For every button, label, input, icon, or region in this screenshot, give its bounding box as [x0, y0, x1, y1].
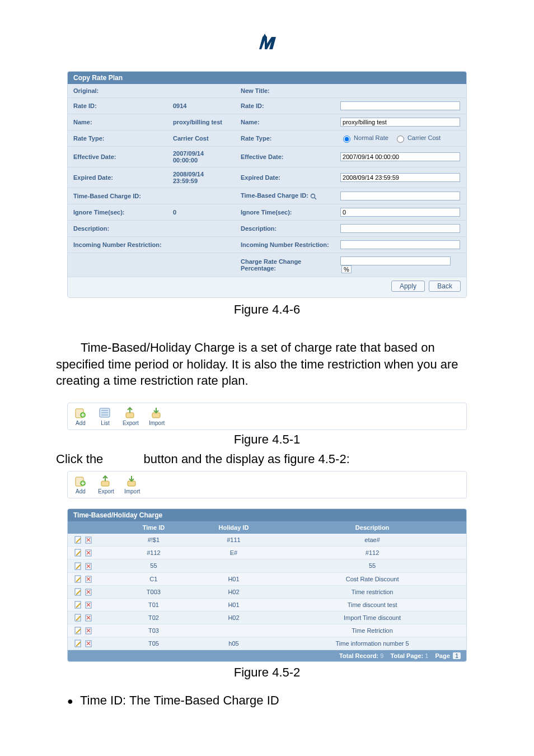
- orig-label: Name:: [68, 114, 167, 130]
- orig-label: Effective Date:: [68, 147, 167, 167]
- cell-time: #!$1: [118, 534, 189, 547]
- normal-rate-radio[interactable]: [343, 136, 350, 143]
- add-button[interactable]: Add: [73, 475, 88, 494]
- cell-time: T05: [118, 637, 189, 650]
- cell-time: T003: [118, 585, 189, 598]
- export-button[interactable]: Export: [123, 407, 139, 426]
- list-button[interactable]: List: [98, 407, 113, 426]
- cell-desc: Time information number 5: [278, 637, 466, 650]
- text-input[interactable]: [340, 208, 460, 217]
- new-input-cell: [335, 204, 466, 221]
- delete-icon[interactable]: [85, 627, 92, 634]
- table-row: T03Time Retriction: [68, 624, 466, 637]
- paragraph-text: Time-Based/Holiday Charge is a set of ch…: [56, 340, 458, 388]
- orig-value: 0914: [167, 98, 235, 114]
- paragraph-time-based: Time-Based/Holiday Charge is a set of ch…: [56, 339, 478, 389]
- bullet-list: ●Time ID: The Time-Based Charge ID: [67, 693, 467, 708]
- action-cell: [68, 624, 118, 637]
- figure-caption-4-4-6: Figure 4.4-6: [0, 302, 534, 317]
- orig-value: 0: [167, 204, 235, 221]
- orig-label: Rate ID:: [68, 98, 167, 114]
- delete-icon[interactable]: [85, 614, 92, 622]
- export-button[interactable]: Export: [98, 475, 114, 494]
- new-input-cell: [335, 188, 466, 204]
- edit-icon[interactable]: [74, 536, 82, 544]
- text-input[interactable]: [340, 152, 460, 161]
- delete-icon[interactable]: [85, 549, 92, 557]
- normal-rate-label: Normal Rate: [352, 134, 388, 141]
- add-icon: [73, 407, 88, 419]
- edit-icon[interactable]: [74, 614, 82, 622]
- logo: [0, 34, 534, 54]
- action-cell: [68, 585, 118, 598]
- text-input[interactable]: [340, 173, 460, 182]
- delete-icon[interactable]: [85, 562, 92, 570]
- edit-icon[interactable]: [74, 627, 82, 634]
- orig-label: Expired Date:: [68, 167, 167, 188]
- cell-desc: etae#: [278, 534, 466, 547]
- click-instruction-line: Click the button and the display as figu…: [56, 451, 478, 466]
- toolbar-b: AddExportImport: [67, 471, 467, 498]
- add-button[interactable]: Add: [73, 407, 88, 426]
- edit-icon[interactable]: [74, 575, 82, 583]
- new-input-cell: %: [335, 253, 466, 277]
- edit-icon[interactable]: [74, 640, 82, 647]
- cell-desc: #112: [278, 547, 466, 559]
- text-input[interactable]: [340, 224, 460, 233]
- new-input-cell: [335, 167, 466, 188]
- col-holiday-id: Holiday ID: [189, 521, 278, 534]
- orig-label: Ignore Time(sec):: [68, 204, 167, 221]
- text-input[interactable]: [340, 192, 460, 200]
- import-icon: [125, 475, 139, 487]
- back-button[interactable]: Back: [429, 281, 461, 292]
- cell-time: C1: [118, 572, 189, 585]
- delete-icon[interactable]: [85, 640, 92, 647]
- logo-text: [255, 34, 279, 54]
- carrier-cost-radio[interactable]: [397, 136, 404, 143]
- cell-holiday: #111: [189, 534, 278, 547]
- table-row: 5555: [68, 559, 466, 572]
- action-cell: [68, 559, 118, 572]
- total-page-label: Total Page:: [391, 652, 423, 659]
- apply-button[interactable]: Apply: [391, 281, 425, 292]
- cell-time: T02: [118, 611, 189, 624]
- figure-caption-4-5-2: Figure 4.5-2: [0, 665, 534, 680]
- tool-label: Add: [73, 488, 88, 494]
- new-label: Ignore Time(sec):: [235, 204, 335, 221]
- orig-value: [167, 84, 235, 98]
- tbhc-grid: Time ID Holiday ID Description #!$1#111e…: [68, 521, 466, 650]
- list-icon: [98, 407, 113, 419]
- delete-icon[interactable]: [85, 536, 92, 544]
- text-input[interactable]: [340, 101, 460, 110]
- import-button[interactable]: Import: [124, 475, 140, 494]
- page-label: Page: [435, 652, 450, 659]
- export-icon: [123, 407, 138, 419]
- orig-value: proxy/billing test: [167, 114, 235, 130]
- svg-rect-12: [101, 481, 109, 486]
- delete-icon[interactable]: [85, 601, 92, 609]
- tool-label: Export: [123, 420, 139, 426]
- orig-value: 2007/09/14 00:00:00: [167, 147, 235, 167]
- delete-icon[interactable]: [85, 575, 92, 583]
- svg-rect-8: [126, 413, 134, 418]
- cell-holiday: H02: [189, 611, 278, 624]
- edit-icon[interactable]: [74, 549, 82, 557]
- edit-icon[interactable]: [74, 562, 82, 570]
- cell-holiday: H01: [189, 572, 278, 585]
- magnifier-icon[interactable]: [310, 193, 317, 200]
- percentage-input[interactable]: [340, 256, 451, 265]
- orig-value: Carrier Cost: [167, 130, 235, 147]
- text-input[interactable]: [340, 240, 460, 249]
- bullet-time-id: ●Time ID: The Time-Based Charge ID: [67, 693, 467, 708]
- cell-holiday: H02: [189, 585, 278, 598]
- import-icon: [149, 407, 164, 419]
- text-input[interactable]: [340, 118, 460, 127]
- delete-icon[interactable]: [85, 588, 92, 596]
- page-value[interactable]: 1: [453, 652, 461, 659]
- orig-value: [167, 188, 235, 204]
- col-description: Description: [278, 521, 466, 534]
- edit-icon[interactable]: [74, 601, 82, 609]
- edit-icon[interactable]: [74, 588, 82, 596]
- import-button[interactable]: Import: [149, 407, 165, 426]
- col-actions: [68, 521, 118, 534]
